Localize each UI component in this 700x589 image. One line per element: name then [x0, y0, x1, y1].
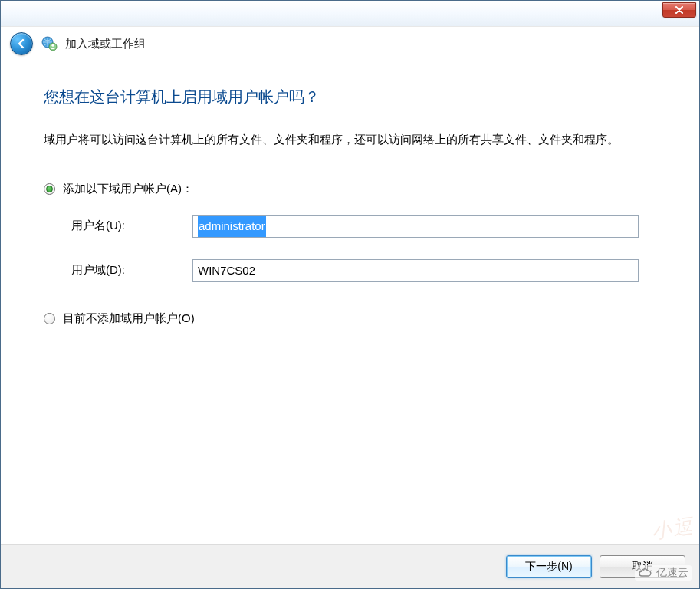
back-arrow-icon — [15, 38, 28, 50]
header: 加入域或工作组 — [1, 27, 699, 61]
footer: 下一步(N) 取消 — [1, 544, 699, 588]
header-title: 加入域或工作组 — [65, 37, 146, 51]
label-username: 用户名(U): — [71, 219, 192, 233]
close-button[interactable] — [662, 2, 696, 18]
wizard-window: 加入域或工作组 您想在这台计算机上启用域用户帐户吗？ 域用户将可以访问这台计算机… — [0, 0, 700, 589]
input-username-value: administrator — [198, 216, 266, 237]
input-username[interactable]: administrator — [192, 215, 639, 238]
radio-label: 添加以下域用户帐户(A)： — [63, 182, 193, 196]
content: 您想在这台计算机上启用域用户帐户吗？ 域用户将可以访问这台计算机上的所有文件、文… — [1, 61, 699, 544]
input-domain[interactable]: WIN7CS02 — [192, 259, 639, 282]
close-icon — [675, 6, 684, 14]
label-domain: 用户域(D): — [71, 263, 192, 278]
next-button[interactable]: 下一步(N) — [506, 555, 592, 578]
title-bar — [1, 1, 699, 27]
radio-label: 目前不添加域用户帐户(O) — [63, 311, 195, 326]
radio-icon — [44, 183, 55, 195]
row-domain: 用户域(D): WIN7CS02 — [44, 259, 656, 282]
input-domain-value: WIN7CS02 — [198, 264, 255, 277]
back-button[interactable] — [10, 32, 33, 55]
radio-icon — [44, 313, 55, 324]
svg-point-2 — [51, 44, 54, 47]
cancel-button[interactable]: 取消 — [600, 555, 685, 578]
page-description: 域用户将可以访问这台计算机上的所有文件、文件夹和程序，还可以访问网络上的所有共享… — [44, 129, 656, 151]
page-heading: 您想在这台计算机上启用域用户帐户吗？ — [44, 87, 656, 107]
svg-point-1 — [49, 43, 57, 51]
radio-skip-domain-user[interactable]: 目前不添加域用户帐户(O) — [44, 311, 656, 326]
radio-add-domain-user[interactable]: 添加以下域用户帐户(A)： — [44, 182, 656, 196]
row-username: 用户名(U): administrator — [44, 215, 656, 238]
domain-network-icon — [41, 35, 58, 52]
